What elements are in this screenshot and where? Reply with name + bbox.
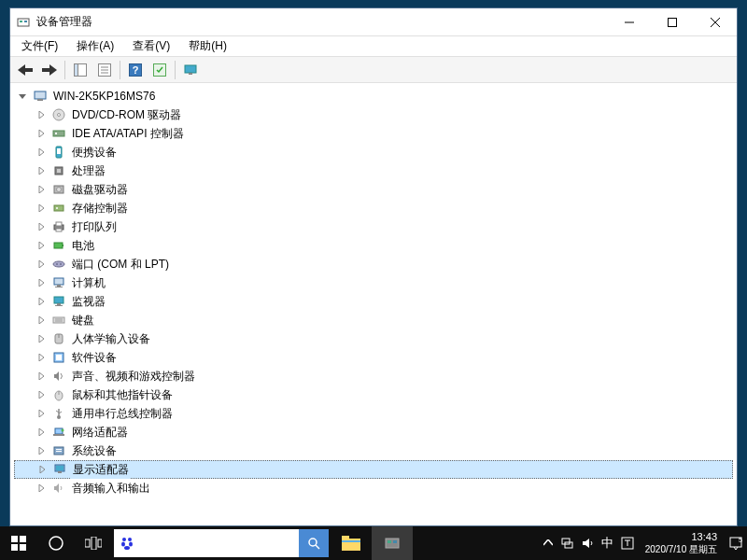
expand-icon[interactable]	[35, 183, 48, 196]
start-button[interactable]	[0, 526, 37, 560]
device-manager-app[interactable]	[372, 526, 413, 560]
expand-icon[interactable]	[35, 463, 49, 476]
tree-item[interactable]: IDE ATA/ATAPI 控制器	[14, 124, 733, 143]
svg-rect-70	[11, 536, 18, 542]
expand-icon[interactable]	[35, 258, 48, 271]
search-input[interactable]	[140, 537, 299, 550]
tree-item[interactable]: 系统设备	[14, 441, 733, 460]
expand-icon[interactable]	[35, 426, 48, 439]
tree-item[interactable]: 打印队列	[14, 217, 733, 236]
root-label: WIN-2K5KP16MS76	[51, 89, 157, 104]
tree-item[interactable]: 处理器	[14, 161, 733, 180]
properties-button[interactable]	[93, 59, 116, 81]
tree-item[interactable]: 电池	[14, 236, 733, 255]
svg-rect-90	[393, 540, 397, 543]
tree-item-label: 端口 (COM 和 LPT)	[70, 256, 171, 273]
expand-icon[interactable]	[35, 482, 48, 495]
expand-icon[interactable]	[35, 202, 48, 215]
expand-icon[interactable]	[35, 295, 48, 308]
tree-item[interactable]: 通用串行总线控制器	[14, 404, 733, 423]
network-icon[interactable]	[560, 537, 573, 550]
expand-icon[interactable]	[35, 332, 48, 345]
tree-item[interactable]: 键盘	[14, 311, 733, 329]
tree-item-label: 处理器	[70, 162, 107, 180]
svg-rect-75	[85, 539, 90, 547]
expand-icon[interactable]	[35, 127, 48, 140]
tree-item-label: 显示适配器	[71, 461, 131, 479]
scan-button[interactable]	[148, 59, 171, 81]
tree-item[interactable]: 人体学输入设备	[14, 329, 733, 348]
ime-mode-icon[interactable]	[621, 537, 634, 550]
tree-item[interactable]: 端口 (COM 和 LPT)	[14, 255, 733, 273]
expand-icon[interactable]	[35, 314, 48, 327]
search-button[interactable]	[299, 529, 329, 557]
svg-rect-73	[20, 544, 26, 551]
window-title: 设备管理器	[36, 14, 608, 30]
volume-icon[interactable]	[581, 537, 594, 550]
computer-icon	[33, 89, 48, 104]
help-button[interactable]: ?	[124, 59, 147, 81]
system-icon	[51, 443, 66, 458]
disc-icon	[51, 107, 66, 122]
tree-item[interactable]: 显示适配器	[14, 460, 733, 479]
tree-item[interactable]: 存储控制器	[14, 199, 733, 217]
cortana-button[interactable]	[37, 526, 75, 560]
forward-button[interactable]	[38, 59, 61, 81]
tree-item[interactable]: 声音、视频和游戏控制器	[14, 367, 733, 385]
svg-rect-69	[58, 471, 62, 473]
tree-item[interactable]: 鼠标和其他指针设备	[14, 385, 733, 404]
toolbar-separator	[64, 61, 65, 79]
system-tray: 中 13:43 2020/7/10 星期五 5	[543, 531, 747, 554]
minimize-button[interactable]	[608, 8, 651, 36]
task-view-button[interactable]	[75, 526, 112, 560]
display-icon	[52, 462, 67, 477]
expand-icon[interactable]	[35, 146, 48, 159]
tree-item[interactable]: 软件设备	[14, 348, 733, 367]
tree-item[interactable]: 网络适配器	[14, 423, 733, 441]
maximize-button[interactable]	[651, 8, 694, 36]
menu-action[interactable]: 操作(A)	[71, 36, 120, 56]
tree-item-label: DVD/CD-ROM 驱动器	[70, 106, 183, 124]
tree-item[interactable]: 音频输入和输出	[14, 479, 733, 497]
expand-icon[interactable]	[35, 276, 48, 289]
expand-icon[interactable]	[35, 388, 48, 401]
svg-point-82	[124, 546, 130, 550]
notifications-icon[interactable]: 5	[728, 536, 743, 551]
tree-root[interactable]: WIN-2K5KP16MS76	[14, 87, 733, 105]
clock-date: 2020/7/10 星期五	[645, 544, 717, 555]
expand-icon[interactable]	[35, 108, 48, 121]
svg-rect-7	[24, 68, 33, 72]
tree-item[interactable]: 磁盘驱动器	[14, 180, 733, 199]
expand-icon[interactable]	[35, 370, 48, 383]
menu-file[interactable]: 文件(F)	[16, 36, 63, 56]
tree-item-label: 网络适配器	[70, 424, 130, 441]
search-box[interactable]	[114, 529, 329, 557]
expand-icon[interactable]	[35, 164, 48, 177]
tree-item[interactable]: 便携设备	[14, 143, 733, 161]
expand-icon[interactable]	[35, 220, 48, 233]
ime-indicator[interactable]: 中	[601, 535, 613, 552]
menu-help[interactable]: 帮助(H)	[183, 36, 233, 56]
svg-point-23	[58, 114, 61, 117]
tree-item[interactable]: DVD/CD-ROM 驱动器	[14, 105, 733, 124]
collapse-icon[interactable]	[16, 90, 29, 103]
expand-icon[interactable]	[35, 239, 48, 252]
clock[interactable]: 13:43 2020/7/10 星期五	[641, 531, 721, 554]
svg-rect-48	[53, 317, 64, 323]
tree-item-label: 便携设备	[70, 144, 119, 161]
file-explorer-app[interactable]	[331, 526, 372, 560]
menu-view[interactable]: 查看(V)	[127, 36, 176, 56]
tree-item[interactable]: 监视器	[14, 292, 733, 311]
toolbar-separator	[175, 61, 176, 79]
device-tree: WIN-2K5KP16MS76 DVD/CD-ROM 驱动器IDE ATA/AT…	[14, 87, 733, 497]
expand-icon[interactable]	[35, 444, 48, 457]
expand-icon[interactable]	[35, 407, 48, 420]
show-hide-button[interactable]	[69, 59, 92, 81]
close-button[interactable]	[694, 8, 737, 36]
tree-item[interactable]: 计算机	[14, 273, 733, 292]
remote-button[interactable]	[179, 59, 202, 81]
back-button[interactable]	[14, 59, 36, 81]
expand-icon[interactable]	[35, 351, 48, 364]
tray-overflow-icon[interactable]	[543, 539, 553, 547]
sound-icon	[51, 369, 66, 384]
